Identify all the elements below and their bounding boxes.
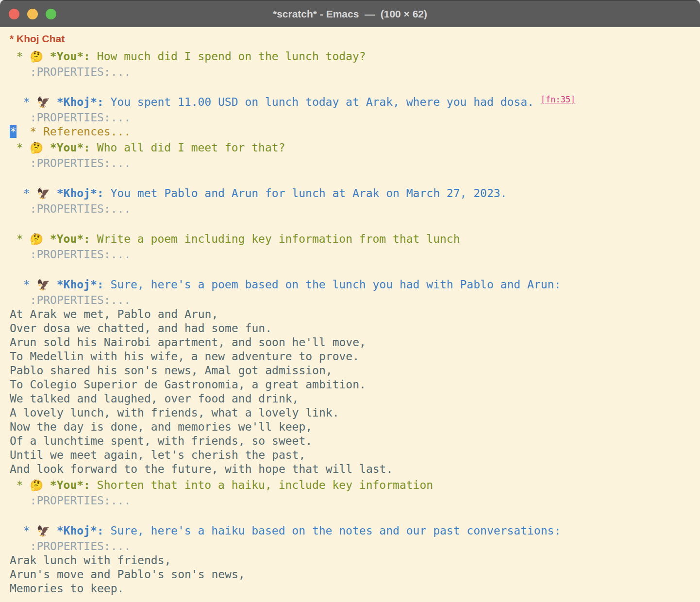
- message-body-line: Over dosa we chatted, and had some fun.: [10, 321, 696, 335]
- khoj-message-text: You met Pablo and Arun for lunch at Arak…: [104, 187, 507, 200]
- haiku-line: Arak lunch with friends,: [10, 554, 171, 567]
- segment-star-khoj: *: [10, 278, 36, 291]
- you-speaker-label: *You*:: [43, 50, 90, 63]
- you-message-heading: * 🤔 *You*: Write a poem including key in…: [10, 230, 696, 248]
- message-body-line: Now the day is done, and memories we'll …: [10, 420, 696, 434]
- message-body-line: To Colegio Superior de Gastronomia, a gr…: [10, 378, 696, 392]
- scratch-buffer[interactable]: * Khoj Chat * 🤔 *You*: How much did I sp…: [0, 27, 700, 602]
- khoj-speaker-label: *Khoj*:: [50, 278, 104, 291]
- you-message-heading: * 🤔 *You*: How much did I spend on the l…: [10, 48, 696, 65]
- thinking-face-emoji: 🤔: [30, 142, 43, 154]
- you-message-heading: * 🤔 *You*: Who all did I meet for that?: [10, 139, 696, 156]
- message-body-line: Pablo shared his son's news, Amal got ad…: [10, 364, 696, 378]
- you-message-text: Shorten that into a haiku, include key i…: [90, 479, 433, 491]
- poem-line: We talked and laughed, over food and dri…: [10, 392, 299, 405]
- properties-drawer-line: :PROPERTIES:...: [10, 293, 696, 307]
- minimize-button[interactable]: [27, 9, 38, 19]
- org-title-text: * Khoj Chat: [10, 33, 65, 44]
- blank-line: [10, 508, 696, 522]
- references-heading[interactable]: * References...: [17, 125, 131, 138]
- message-body-line: Memories to keep.: [10, 582, 696, 596]
- haiku-line: Arun's move and Pablo's son's news,: [10, 568, 245, 581]
- you-speaker-label: *You*:: [43, 233, 90, 245]
- message-body-line: Until we meet again, let's cherish the p…: [10, 448, 696, 462]
- properties-drawer-line: :PROPERTIES:...: [10, 202, 696, 216]
- message-body-line: Of a lunchtime spent, with friends, so s…: [10, 434, 696, 448]
- properties-drawer[interactable]: :PROPERTIES:...: [10, 294, 131, 306]
- poem-line: To Colegio Superior de Gastronomia, a gr…: [10, 378, 366, 391]
- khoj-response-heading: * 🦅 *Khoj*: You met Pablo and Arun for l…: [10, 184, 696, 202]
- khoj-speaker-label: *Khoj*:: [50, 524, 104, 537]
- poem-line: At Arak we met, Pablo and Arun,: [10, 308, 218, 320]
- segment-star-you: *: [10, 233, 30, 245]
- message-body-line: A lovely lunch, with friends, what a lov…: [10, 406, 696, 420]
- eagle-emoji: 🦅: [36, 279, 50, 291]
- you-message-heading: * 🤔 *You*: Shorten that into a haiku, in…: [10, 476, 696, 494]
- poem-line: Until we meet again, let's cherish the p…: [10, 449, 305, 461]
- poem-line: Pablo shared his son's news, Amal got ad…: [10, 364, 333, 377]
- footnote-link[interactable]: [fn:35]: [541, 95, 576, 104]
- segment-star-khoj: *: [10, 187, 36, 200]
- titlebar[interactable]: *scratch* - Emacs — (100 × 62): [0, 0, 700, 27]
- properties-drawer-line: :PROPERTIES:...: [10, 111, 696, 125]
- blank-line: [10, 262, 696, 276]
- properties-drawer-line: :PROPERTIES:...: [10, 65, 696, 79]
- properties-drawer-line: :PROPERTIES:...: [10, 539, 696, 553]
- you-speaker-label: *You*:: [43, 479, 90, 491]
- properties-drawer[interactable]: :PROPERTIES:...: [10, 248, 131, 261]
- khoj-response-heading: * 🦅 *Khoj*: You spent 11.00 USD on lunch…: [10, 93, 696, 111]
- message-body-line: And look forward to the future, with hop…: [10, 462, 696, 476]
- segment-star-khoj: *: [10, 96, 36, 108]
- you-message-text: How much did I spend on the lunch today?: [90, 50, 366, 63]
- eagle-emoji: 🦅: [36, 96, 50, 108]
- blank-line: [10, 79, 696, 93]
- poem-line: To Medellin with his wife, a new adventu…: [10, 350, 359, 363]
- khoj-response-heading: * 🦅 *Khoj*: Sure, here's a haiku based o…: [10, 522, 696, 539]
- emacs-window: *scratch* - Emacs — (100 × 62) * Khoj Ch…: [0, 0, 700, 602]
- thinking-face-emoji: 🤔: [30, 479, 43, 491]
- properties-drawer[interactable]: :PROPERTIES:...: [10, 540, 131, 552]
- segment-star-you: *: [10, 141, 30, 154]
- properties-drawer-line: :PROPERTIES:...: [10, 494, 696, 508]
- khoj-message-text: Sure, here's a haiku based on the notes …: [104, 524, 561, 537]
- poem-line: Over dosa we chatted, and had some fun.: [10, 322, 272, 334]
- properties-drawer-line: :PROPERTIES:...: [10, 156, 696, 170]
- properties-drawer[interactable]: :PROPERTIES:...: [10, 494, 131, 507]
- blank-line: [10, 216, 696, 230]
- references-heading-line: * * References...: [10, 125, 696, 139]
- segment-star-khoj: *: [10, 524, 36, 537]
- poem-line: Arun sold his Nairobi apartment, and soo…: [10, 336, 366, 349]
- khoj-speaker-label: *Khoj*:: [50, 187, 104, 200]
- org-title-heading: * Khoj Chat: [10, 30, 696, 48]
- close-button[interactable]: [9, 9, 19, 19]
- khoj-message-text: Sure, here's a poem based on the lunch y…: [104, 278, 561, 291]
- segment-star-you: *: [10, 479, 30, 491]
- eagle-emoji: 🦅: [36, 525, 50, 537]
- message-body-line: Arun's move and Pablo's son's news,: [10, 568, 696, 582]
- properties-drawer-line: :PROPERTIES:...: [10, 248, 696, 262]
- thinking-face-emoji: 🤔: [30, 50, 43, 63]
- thinking-face-emoji: 🤔: [30, 233, 43, 245]
- you-message-text: Write a poem including key information f…: [90, 233, 460, 245]
- message-body-line: Arun sold his Nairobi apartment, and soo…: [10, 335, 696, 350]
- properties-drawer[interactable]: :PROPERTIES:...: [10, 111, 131, 124]
- zoom-button[interactable]: [46, 9, 56, 19]
- properties-drawer[interactable]: :PROPERTIES:...: [10, 157, 131, 169]
- message-body-line: Arak lunch with friends,: [10, 553, 696, 568]
- khoj-message-text: You spent 11.00 USD on lunch today at Ar…: [104, 96, 541, 108]
- you-message-text: Who all did I meet for that?: [90, 141, 285, 154]
- you-speaker-label: *You*:: [43, 141, 90, 154]
- khoj-response-heading: * 🦅 *Khoj*: Sure, here's a poem based on…: [10, 276, 696, 293]
- message-body-line: To Medellin with his wife, a new adventu…: [10, 350, 696, 364]
- block-cursor: *: [10, 125, 17, 138]
- poem-line: Of a lunchtime spent, with friends, so s…: [10, 435, 312, 447]
- poem-line: And look forward to the future, with hop…: [10, 463, 393, 475]
- blank-line: [10, 170, 696, 184]
- eagle-emoji: 🦅: [36, 187, 50, 200]
- properties-drawer[interactable]: :PROPERTIES:...: [10, 202, 131, 215]
- traffic-lights: [9, 1, 56, 27]
- properties-drawer[interactable]: :PROPERTIES:...: [10, 66, 131, 78]
- poem-line: A lovely lunch, with friends, what a lov…: [10, 406, 339, 419]
- window-title: *scratch* - Emacs — (100 × 62): [273, 8, 427, 20]
- segment-star-you: *: [10, 50, 30, 63]
